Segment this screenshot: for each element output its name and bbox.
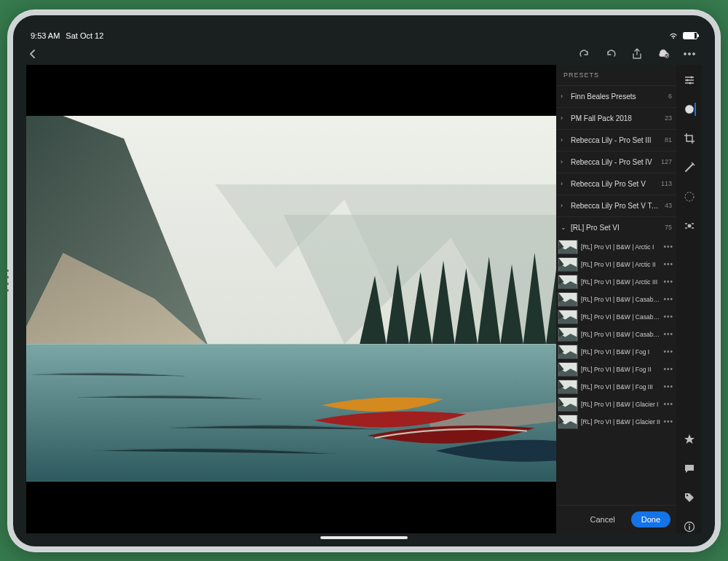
star-rating-icon[interactable] bbox=[683, 433, 696, 446]
preset-name: [RL] Pro VI | B&W | Arctic II bbox=[581, 261, 660, 268]
chevron-right-icon: › bbox=[561, 136, 566, 144]
preset-thumbnail bbox=[558, 327, 578, 342]
cloud-sync-icon[interactable] bbox=[657, 47, 670, 60]
preset-thumbnail bbox=[558, 397, 578, 412]
back-button[interactable] bbox=[26, 47, 39, 60]
preset-group[interactable]: ›Rebecca Lily - Pro Set III81 bbox=[556, 129, 676, 151]
preset-group[interactable]: ›Rebecca Lily Pro Set V113 bbox=[556, 173, 676, 195]
preset-more-icon[interactable]: ••• bbox=[663, 260, 673, 268]
preset-group-count: 113 bbox=[661, 180, 672, 187]
preset-name: [RL] Pro VI | B&W | Casabl… bbox=[581, 313, 660, 321]
radial-mask-icon[interactable] bbox=[683, 190, 696, 203]
preset-more-icon[interactable]: ••• bbox=[663, 313, 673, 321]
presets-panel: PRESETS ›Finn Beales Presets6›PM Fall Pa… bbox=[556, 65, 676, 533]
preset-more-icon[interactable]: ••• bbox=[663, 348, 673, 356]
wifi-icon bbox=[668, 32, 678, 39]
preset-group-count: 23 bbox=[665, 114, 672, 122]
preset-group[interactable]: ›Finn Beales Presets6 bbox=[556, 85, 676, 107]
svg-point-4 bbox=[693, 52, 695, 55]
preset-group-label: Finn Beales Presets bbox=[571, 93, 664, 101]
edited-photo bbox=[26, 116, 556, 482]
preset-thumbnail bbox=[558, 345, 578, 359]
info-icon[interactable] bbox=[683, 520, 696, 533]
chevron-right-icon: › bbox=[561, 202, 566, 209]
preset-more-icon[interactable]: ••• bbox=[663, 382, 673, 391]
preset-group-count: 81 bbox=[665, 136, 672, 144]
preset-thumbnail bbox=[558, 275, 578, 289]
preset-more-icon[interactable]: ••• bbox=[663, 330, 673, 338]
preset-group-count: 43 bbox=[665, 202, 672, 209]
preset-name: [RL] Pro VI | B&W | Casabl… bbox=[581, 331, 660, 338]
presets-footer: Cancel Done bbox=[556, 505, 676, 533]
preset-item[interactable]: [RL] Pro VI | B&W | Arctic III••• bbox=[556, 273, 676, 291]
done-button[interactable]: Done bbox=[631, 511, 670, 527]
preset-more-icon[interactable]: ••• bbox=[663, 365, 673, 373]
presets-panel-title: PRESETS bbox=[556, 65, 676, 85]
ipad-frame: 9:53 AM Sat Oct 12 bbox=[7, 9, 721, 552]
tag-icon[interactable] bbox=[683, 491, 696, 504]
crop-tool-icon[interactable] bbox=[683, 132, 696, 145]
preset-name: [RL] Pro VI | B&W | Fog III bbox=[581, 383, 660, 391]
preset-group-count: 6 bbox=[668, 93, 672, 100]
preset-more-icon[interactable]: ••• bbox=[663, 400, 673, 408]
statusbar: 9:53 AM Sat Oct 12 bbox=[26, 28, 702, 43]
preset-item[interactable]: [RL] Pro VI | B&W | Arctic I••• bbox=[556, 238, 676, 256]
presets-tool-icon[interactable] bbox=[683, 103, 696, 116]
preset-name: [RL] Pro VI | B&W | Glacier II bbox=[581, 418, 660, 425]
svg-point-20 bbox=[689, 82, 691, 84]
preset-thumbnail bbox=[558, 380, 578, 394]
home-indicator[interactable] bbox=[320, 536, 408, 539]
preset-more-icon[interactable]: ••• bbox=[663, 417, 673, 425]
preset-group[interactable]: ›Rebecca Lily Pro Set V Tools43 bbox=[556, 195, 676, 216]
svg-point-23 bbox=[685, 192, 694, 201]
preset-thumbnail bbox=[558, 310, 578, 324]
svg-point-18 bbox=[690, 76, 692, 78]
preset-item[interactable]: [RL] Pro VI | B&W | Casabl…••• bbox=[556, 291, 676, 308]
preset-thumbnail bbox=[558, 292, 578, 307]
preset-group-label: [RL] Pro Set VI bbox=[571, 224, 660, 232]
preset-group[interactable]: ⌄[RL] Pro Set VI75 bbox=[556, 216, 676, 238]
comments-icon[interactable] bbox=[683, 462, 696, 475]
preset-name: [RL] Pro VI | B&W | Arctic III bbox=[581, 278, 660, 286]
svg-point-24 bbox=[687, 224, 691, 227]
selective-tool-icon[interactable] bbox=[683, 219, 696, 232]
svg-point-19 bbox=[686, 79, 688, 81]
preset-more-icon[interactable]: ••• bbox=[663, 295, 673, 303]
svg-point-27 bbox=[689, 524, 690, 525]
undo-button[interactable] bbox=[604, 47, 617, 60]
photo-canvas[interactable] bbox=[26, 65, 556, 533]
preset-item[interactable]: [RL] Pro VI | B&W | Fog II••• bbox=[556, 361, 676, 378]
preset-thumbnail bbox=[558, 257, 578, 272]
healing-tool-icon[interactable] bbox=[683, 161, 696, 174]
preset-item[interactable]: [RL] Pro VI | B&W | Fog III••• bbox=[556, 378, 676, 396]
camera-sensor-dots bbox=[7, 270, 9, 291]
preset-group[interactable]: ›Rebecca Lily - Pro Set IV127 bbox=[556, 151, 676, 173]
preset-more-icon[interactable]: ••• bbox=[663, 278, 673, 286]
share-button[interactable] bbox=[630, 47, 644, 60]
more-button[interactable] bbox=[683, 47, 696, 60]
preset-item[interactable]: [RL] Pro VI | B&W | Fog I••• bbox=[556, 343, 676, 361]
status-date: Sat Oct 12 bbox=[66, 31, 103, 40]
preset-item[interactable]: [RL] Pro VI | B&W | Glacier II••• bbox=[556, 413, 676, 431]
redo-button[interactable] bbox=[578, 47, 591, 60]
adjust-tool-icon[interactable] bbox=[683, 74, 696, 87]
chevron-right-icon: › bbox=[561, 158, 566, 165]
preset-group-label: PM Fall Pack 2018 bbox=[571, 114, 660, 122]
preset-thumbnail bbox=[558, 362, 578, 377]
preset-thumbnail bbox=[558, 240, 578, 254]
chevron-right-icon: › bbox=[561, 114, 566, 122]
screen: 9:53 AM Sat Oct 12 bbox=[13, 15, 715, 546]
svg-rect-28 bbox=[689, 526, 690, 530]
preset-more-icon[interactable]: ••• bbox=[663, 243, 673, 251]
preset-group[interactable]: ›PM Fall Pack 201823 bbox=[556, 107, 676, 129]
cancel-button[interactable]: Cancel bbox=[579, 511, 625, 527]
preset-thumbnail bbox=[558, 415, 578, 429]
svg-point-3 bbox=[689, 52, 691, 55]
preset-item[interactable]: [RL] Pro VI | B&W | Glacier I••• bbox=[556, 396, 676, 413]
preset-item[interactable]: [RL] Pro VI | B&W | Arctic II••• bbox=[556, 256, 676, 273]
preset-item[interactable]: [RL] Pro VI | B&W | Casabl…••• bbox=[556, 326, 676, 343]
preset-name: [RL] Pro VI | B&W | Fog II bbox=[581, 366, 660, 373]
svg-point-2 bbox=[684, 52, 687, 55]
preset-item[interactable]: [RL] Pro VI | B&W | Casabl…••• bbox=[556, 308, 676, 326]
preset-group-label: Rebecca Lily Pro Set V Tools bbox=[571, 202, 660, 210]
